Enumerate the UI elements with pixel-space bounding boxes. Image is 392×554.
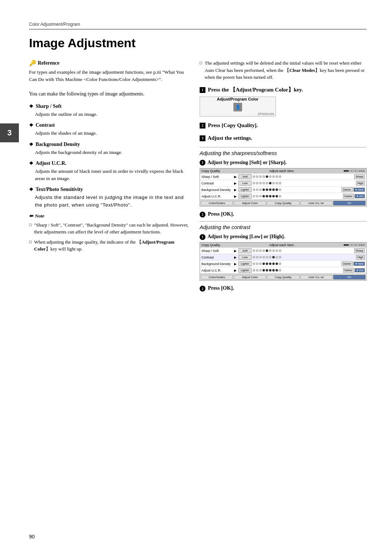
page-number: 90 <box>29 534 35 539</box>
contrast-label: Adjusting the contrast <box>200 224 367 230</box>
left-column: 🔑 Reference For types and examples of th… <box>29 60 189 295</box>
contrast-sub-step2: 2 Press [OK]. <box>200 285 367 292</box>
contrast-divider <box>200 221 367 221</box>
panel-icon: 👤 <box>235 105 241 110</box>
sharpness-screen: Copy Quality Adjust each Item. ■■■ □□ □□… <box>200 168 367 207</box>
sharpness-sub-step1: 1 Adjust by pressing [Soft] or [Sharp]. <box>200 159 367 166</box>
contrast-body: Adjusts the shades of an image. <box>35 130 189 137</box>
screen2-footer: Color/Scales Adjust Color Copy Quality U… <box>200 274 366 280</box>
right-note-item: The adjusted settings will be deleted an… <box>200 60 367 81</box>
contrast-sub-step1: 1 Adjust by pressing [Low] or [High]. <box>200 233 367 240</box>
step1-number: 1 <box>200 87 205 93</box>
step3-number: 3 <box>200 135 205 141</box>
contrast-sub-step1-number: 1 <box>200 234 205 240</box>
contrast-screen: Copy Quality Adjust each Item. ■■■ □□ □□… <box>200 242 367 281</box>
right-column: The adjusted settings will be deleted an… <box>200 60 367 295</box>
key-icon: 🔑 <box>29 60 36 66</box>
page-container: 3 Color Adjustment/Program Image Adjustm… <box>0 0 392 554</box>
contrast-sub-step2-number: 2 <box>200 286 205 292</box>
reference-title: 🔑 Reference <box>29 60 189 66</box>
sharp-soft-heading: ❖ Sharp / Soft <box>29 103 189 109</box>
panel-code: ZFNS014N <box>258 112 275 116</box>
ucr-body: Adjusts the amount of black toner used i… <box>35 168 189 183</box>
ucr-heading: ❖ Adjust U.C.R. <box>29 160 189 166</box>
breadcrumb: Color Adjustment/Program <box>29 22 367 27</box>
step2-heading: 2 Press [Copy Quality]. <box>200 122 367 129</box>
sharpness-divider <box>200 147 367 147</box>
step2-block: 2 Press [Copy Quality]. <box>200 122 367 129</box>
sharpness-label: Adjusting the sharpness/softness <box>200 150 367 156</box>
intro-text: You can make the following types of imag… <box>29 90 189 98</box>
sharp-soft-body: Adjusts the outline of an image. <box>35 111 189 118</box>
bg-density-heading: ❖ Background Density <box>29 142 189 147</box>
top-divider <box>29 29 367 29</box>
pencil-icon: ✏ <box>29 213 33 219</box>
sub-step1-number: 1 <box>200 160 205 166</box>
textphoto-body: Adjusts the standard level in judging th… <box>35 194 189 209</box>
diamond-icon: ❖ <box>29 103 33 109</box>
note-item-2: When adjusting the image quality, the in… <box>29 239 189 253</box>
screen1-header: Copy Quality Adjust each Item. ■■■ □□ □□… <box>200 168 366 174</box>
bg-density-body: Adjusts the background density of an ima… <box>35 149 189 156</box>
reference-text: For types and examples of the image adju… <box>29 69 189 83</box>
diamond-icon-2: ❖ <box>29 122 33 128</box>
sharpness-sub-step2: 2 Press [OK]. <box>200 211 367 217</box>
screen1-row-ucr: Adjust U.C.R. ▶ Lighter Darker <box>200 193 366 200</box>
screen2-header: Copy Quality Adjust each Item. ■■■ □□ □□… <box>200 243 366 248</box>
note-item-1: "Sharp / Soft", "Contrast", "Background … <box>29 221 189 236</box>
main-content: 🔑 Reference For types and examples of th… <box>29 60 367 295</box>
note-box: ✏ Note "Sharp / Soft", "Contrast", "Back… <box>29 213 189 253</box>
step3-heading: 3 Adjust the settings. <box>200 134 367 142</box>
screen1-footer: Color/Scales Adjust Color Copy Quality U… <box>200 200 366 206</box>
step3-block: 3 Adjust the settings. <box>200 134 367 142</box>
screen1-row-bgdensity: Background Density ▶ Lighter Da <box>200 187 366 193</box>
diamond-icon-4: ❖ <box>29 160 33 166</box>
screen2-row-contrast: Contrast ▶ Low High <box>200 254 366 261</box>
reference-box: 🔑 Reference For types and examples of th… <box>29 60 189 83</box>
adjust-program-color-panel: Adjust/Program Color 👤 ZFNS014N <box>200 97 276 117</box>
diamond-icon-5: ❖ <box>29 187 33 192</box>
chapter-number: 3 <box>0 123 19 142</box>
step2-number: 2 <box>200 123 205 129</box>
diamond-icon-3: ❖ <box>29 142 33 147</box>
screen2-row-sharp: Sharp / Soft ▶ Soft Sharp <box>200 248 366 254</box>
textphoto-heading: ❖ Text/Photo Sensitivity <box>29 187 189 192</box>
screen1-row-sharp: Sharp / Soft ▶ Soft Sharp <box>200 174 366 180</box>
screen1-row-contrast: Contrast ▶ Low High <box>200 180 366 187</box>
panel-label: Adjust/Program Color <box>217 97 258 101</box>
note-title: ✏ Note <box>29 213 189 219</box>
step1-block: 1 Press the 【Adjust/Program Color】key. A… <box>200 86 367 117</box>
screen2-row-bgdensity: Background Density ▶ Lighter Da <box>200 261 366 267</box>
contrast-heading: ❖ Contrast <box>29 122 189 128</box>
sub-step2-number: 2 <box>200 212 205 217</box>
screen2-row-ucr: Adjust U.C.R. ▶ Lighter Darker <box>200 267 366 274</box>
step1-heading: 1 Press the 【Adjust/Program Color】key. <box>200 86 367 94</box>
page-title: Image Adjustment <box>29 36 367 50</box>
